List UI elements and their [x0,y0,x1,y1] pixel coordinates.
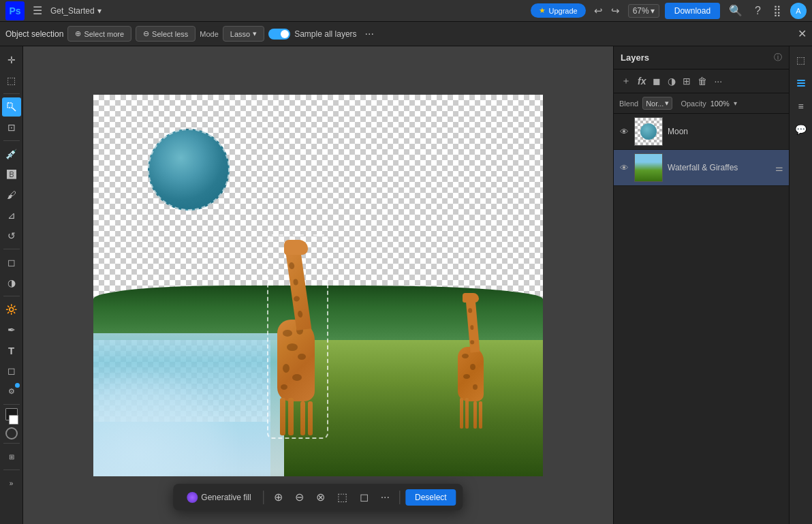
canvas-area: Generative fill ⊕ ⊖ ⊗ ⬚ ◻ ··· Deselect [23,46,613,524]
layers-toolbar: ＋ fx ◼ ◑ ⊞ 🗑 ··· [614,70,789,93]
lasso-dropdown[interactable]: Lasso ▾ [223,26,264,42]
group-button[interactable]: ⊞ [681,74,693,89]
more-selection-button[interactable]: ··· [377,489,394,506]
right-icon-strip: ⬚ ≡ 💬 [789,46,812,524]
comments-icon[interactable]: 💬 [792,120,811,139]
brush-tool[interactable]: 🖌 [2,185,21,204]
neural-filter[interactable]: ⚙ [2,382,21,401]
download-button[interactable]: Download [665,3,720,19]
sample-all-label: Sample all layers [294,29,356,39]
move-tool[interactable]: ✛ [2,50,21,70]
crop-tool[interactable]: ⊡ [2,118,21,137]
toolbar-separator [264,491,264,504]
main-area: ✛ ⬚ ⊡ 💉 🅱 🖌 ⊿ ↺ ◻ ◑ 🔆 ✒ T ◻ ⚙ [0,46,812,524]
layer-thumbnail-moon [634,117,663,146]
giraffe2-body [458,347,484,401]
layer-visibility-waterfall[interactable]: 👁 [619,162,629,174]
new-layer-button[interactable]: ＋ [619,73,633,89]
svg-rect-3 [797,85,805,87]
moon-circle [148,129,230,211]
more-options-button[interactable]: ··· [361,27,378,42]
file-name[interactable]: Get_Started ▾ [50,6,102,16]
history-brush-tool[interactable]: ↺ [2,226,21,245]
mask-button[interactable]: ◼ [651,74,663,89]
giraffe2-leg1 [460,398,463,429]
layer-item-waterfall[interactable]: 👁 Waterfall & Giraffes ⚌ [614,150,789,186]
select-less-button[interactable]: ⊖ Select less [136,26,196,42]
giraffe2-leg2 [465,398,469,429]
chevron-down-icon: ▾ [253,29,257,38]
layer-visibility-moon[interactable]: 👁 [619,126,629,138]
more-layers-button[interactable]: ··· [712,74,724,89]
dodge-tool[interactable]: 🔆 [2,300,21,319]
gradient-tool[interactable]: ◑ [2,273,21,292]
expand-tools[interactable]: » [2,474,21,493]
text-tool[interactable]: T [2,341,21,360]
intersect-selection-button[interactable]: ⊗ [312,488,329,506]
feather-button[interactable]: ⬚ [333,488,352,506]
subtract-selection-button[interactable]: ⊖ [291,488,308,506]
canvas[interactable] [93,95,543,476]
screen-mode-tool[interactable]: ⊞ [2,447,21,466]
minus-icon: ⊖ [143,29,149,38]
layers-panel: Layers ⓘ ＋ fx ◼ ◑ ⊞ 🗑 ··· Blend Nor... ▾… [613,46,789,524]
delete-layer-button[interactable]: 🗑 [696,74,709,89]
properties-icon[interactable]: ⬚ [792,50,811,70]
close-button[interactable]: ✕ [798,27,807,40]
zoom-control[interactable]: 67% ▾ [628,4,659,18]
layer-thumbnail-waterfall [634,153,663,182]
toggle-switch[interactable] [268,29,290,40]
adjustments-icon[interactable]: ≡ [792,97,811,116]
select-more-button[interactable]: ⊕ Select more [67,26,131,42]
pen-tool[interactable]: ✒ [2,320,21,339]
giraffe2-neck [466,297,480,352]
eraser-tool[interactable]: ◻ [2,253,21,272]
layers-icon[interactable] [792,74,811,93]
add-icon: ⊕ [75,29,81,38]
color-swatches[interactable] [5,408,18,425]
svg-rect-2 [797,82,805,84]
giraffe2 [454,292,488,429]
deselect-button[interactable]: Deselect [405,489,456,506]
adjustment-button[interactable]: ◑ [666,74,678,89]
layers-title: Layers [621,52,770,63]
refine-edge-button[interactable]: ◻ [356,488,373,506]
avatar[interactable]: A [790,3,807,19]
redo-button[interactable]: ↪ [608,3,623,18]
layers-header: Layers ⓘ [614,46,789,70]
firefly-icon [187,492,198,503]
hamburger-menu[interactable]: ☰ [30,3,45,18]
giraffe1-neck [285,247,311,330]
upgrade-button[interactable]: ★ Upgrade [531,3,585,18]
clone-tool[interactable]: ⊿ [2,206,21,225]
undo-button[interactable]: ↩ [591,3,606,18]
spot-heal-tool[interactable]: 🅱 [2,165,21,184]
blend-mode-select[interactable]: Nor... ▾ [642,97,672,110]
eyedropper-tool[interactable]: 💉 [2,144,21,164]
giraffe2-leg3 [473,401,477,429]
tool-label: Object selection [5,29,63,39]
search-icon[interactable]: 🔍 [725,3,746,18]
waterfall-mist [93,367,243,476]
toolbar-separator-2 [399,491,400,504]
help-icon[interactable]: ? [751,3,764,18]
artboard-tool[interactable]: ⬚ [2,71,21,90]
opacity-dropdown-arrow[interactable]: ▾ [734,99,737,107]
apps-icon[interactable]: ⣿ [770,3,785,18]
add-selection-button[interactable]: ⊕ [270,488,287,506]
giraffe2-head [463,293,479,303]
scene [93,217,543,476]
layers-info-icon[interactable]: ⓘ [774,52,782,63]
selection-tool[interactable] [2,97,21,117]
generative-fill-button[interactable]: Generative fill [180,489,257,506]
ps-logo: Ps [5,1,25,20]
sample-all-layers-toggle[interactable]: Sample all layers [268,29,356,40]
quick-mask-tool[interactable] [5,427,18,440]
layer-item-moon[interactable]: 👁 Moon [614,114,789,150]
shape-tool[interactable]: ◻ [2,361,21,380]
svg-rect-0 [7,103,12,108]
chevron-down-icon: ▾ [665,99,669,108]
floating-toolbar: Generative fill ⊕ ⊖ ⊗ ⬚ ◻ ··· Deselect [173,484,463,510]
smart-filter-icon[interactable]: ⚌ [775,163,783,173]
fx-button[interactable]: fx [636,74,648,89]
